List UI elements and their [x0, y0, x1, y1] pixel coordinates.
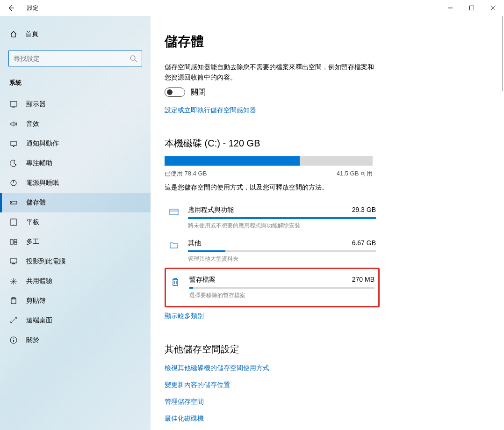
share-icon [9, 277, 18, 285]
disk-used-label: 已使用 78.4 GB [165, 169, 207, 178]
svg-rect-11 [14, 242, 17, 244]
nav-label: 專注輔助 [26, 159, 52, 168]
category-size: 270 MB [352, 276, 374, 284]
sidebar-item-sound[interactable]: 音效 [0, 114, 151, 134]
maximize-button[interactable] [461, 0, 482, 15]
trash-icon [170, 276, 181, 287]
titlebar: 設定 [0, 0, 504, 16]
optimize-drives-link[interactable]: 最佳化磁碟機 [165, 415, 485, 423]
apps-icon [168, 206, 180, 217]
toggle-state-label: 關閉 [191, 87, 206, 97]
category-temp-files[interactable]: 暫存檔案 270 MB 選擇要移除的暫存檔案 [165, 268, 380, 307]
disk-free-label: 41.5 GB 可用 [337, 169, 373, 178]
svg-rect-12 [10, 259, 17, 263]
nav-label: 儲存體 [26, 198, 46, 207]
home-label: 首頁 [25, 30, 38, 38]
nav-label: 顯示器 [26, 100, 46, 109]
sidebar-item-shared[interactable]: 共用體驗 [0, 271, 151, 291]
nav-label: 剪貼簿 [26, 297, 46, 305]
svg-rect-3 [11, 141, 16, 146]
back-button[interactable] [4, 1, 18, 15]
sidebar-item-tablet[interactable]: 平板 [0, 212, 151, 232]
svg-point-8 [14, 225, 14, 225]
sidebar-item-projecting[interactable]: 投影到此電腦 [0, 252, 151, 271]
category-sub: 將未使用或不想要的應用程式與功能解除安裝 [188, 222, 376, 230]
category-name: 應用程式與功能 [188, 206, 234, 214]
project-icon [9, 257, 18, 266]
sidebar-item-display[interactable]: 顯示器 [0, 95, 151, 114]
category-name: 其他 [188, 239, 201, 248]
search-icon [130, 55, 137, 62]
category-other[interactable]: 其他 6.67 GB 管理其他大型資料夾 [165, 234, 380, 268]
sidebar-item-remote[interactable]: 遠端桌面 [0, 311, 151, 330]
nav-label: 平板 [26, 218, 39, 226]
sidebar-item-storage[interactable]: 儲存體 [0, 193, 151, 212]
svg-point-6 [11, 202, 12, 203]
window-title: 設定 [27, 4, 38, 12]
category-size: 29.3 GB [352, 206, 376, 214]
svg-rect-16 [170, 209, 178, 215]
home-icon [9, 30, 18, 38]
clipboard-icon [9, 297, 18, 305]
nav-label: 遠端桌面 [26, 316, 52, 325]
moon-icon [9, 159, 18, 168]
nav-label: 共用體驗 [26, 277, 52, 285]
category-name: 暫存檔案 [189, 276, 216, 284]
sound-icon [9, 120, 18, 128]
monitor-icon [9, 100, 18, 109]
category-sub: 管理其他大型資料夾 [188, 255, 376, 263]
disk-heading: 本機磁碟 (C:) - 120 GB [165, 137, 485, 150]
category-sub: 選擇要移除的暫存檔案 [189, 292, 374, 299]
nav-label: 投影到此電腦 [26, 257, 65, 266]
info-icon [9, 336, 18, 344]
change-save-location-link[interactable]: 變更新內容的儲存位置 [165, 381, 485, 389]
storage-sense-toggle[interactable] [165, 87, 185, 97]
nav-label: 關於 [26, 336, 39, 344]
remote-icon [9, 316, 18, 325]
home-button[interactable]: 首頁 [0, 26, 151, 42]
sidebar-item-multitask[interactable]: 多工 [0, 232, 151, 252]
svg-rect-2 [10, 102, 17, 106]
multitask-icon [9, 238, 18, 246]
nav-label: 音效 [26, 120, 39, 128]
disk-usage-fill [165, 156, 300, 166]
nav-label: 多工 [26, 238, 39, 246]
tablet-icon [9, 218, 18, 226]
disk-description: 這是您儲存空間的使用方式，以及您可釋放空間的方法。 [165, 183, 485, 192]
sidebar-item-focus[interactable]: 專注輔助 [0, 153, 151, 173]
search-field[interactable] [14, 55, 130, 62]
nav-label: 通知與動作 [26, 139, 59, 148]
search-input[interactable] [8, 51, 142, 66]
nav-label: 電源與睡眠 [26, 179, 59, 187]
page-title: 儲存體 [165, 33, 485, 51]
scrollbar[interactable] [502, 16, 503, 91]
category-apps[interactable]: 應用程式與功能 29.3 GB 將未使用或不想要的應用程式與功能解除安裝 [165, 201, 380, 234]
disk-usage-bar [165, 156, 373, 166]
view-other-drives-link[interactable]: 檢視其他磁碟機的儲存空間使用方式 [165, 364, 485, 372]
sidebar-item-about[interactable]: 關於 [0, 330, 151, 350]
sidebar-item-clipboard[interactable]: 剪貼簿 [0, 291, 151, 311]
svg-point-1 [130, 56, 135, 60]
svg-rect-0 [470, 6, 474, 10]
category-size: 6.67 GB [352, 239, 376, 248]
close-button[interactable] [482, 0, 504, 15]
svg-rect-9 [10, 240, 13, 244]
other-storage-heading: 其他儲存空間設定 [165, 343, 485, 356]
disk-info: 已使用 78.4 GB 41.5 GB 可用 [165, 169, 373, 178]
notification-icon [9, 139, 18, 148]
window-controls [439, 0, 504, 15]
section-title: 系統 [0, 77, 151, 95]
content-area: 儲存體 儲存空間感知器能自動去除您不需要的檔案來釋出空間，例如暫存檔案和您資源回… [151, 16, 504, 430]
configure-storage-sense-link[interactable]: 設定或立即執行儲存空間感知器 [165, 106, 256, 115]
storage-icon [9, 198, 18, 207]
sidebar-item-notifications[interactable]: 通知與動作 [0, 134, 151, 153]
sidebar-item-power[interactable]: 電源與睡眠 [0, 173, 151, 193]
minimize-button[interactable] [439, 0, 461, 15]
show-more-link[interactable]: 顯示較多類別 [165, 312, 204, 321]
folder-icon [168, 239, 180, 250]
power-icon [9, 179, 18, 187]
storage-sense-description: 儲存空間感知器能自動去除您不需要的檔案來釋出空間，例如暫存檔案和您資源回收筒中的… [165, 62, 380, 83]
sidebar: 首頁 系統 顯示器 音效 通知與動作 專注輔助 電源與睡眠 儲存體 [0, 16, 151, 430]
manage-storage-link[interactable]: 管理儲存空間 [165, 398, 485, 406]
svg-rect-10 [14, 240, 17, 241]
